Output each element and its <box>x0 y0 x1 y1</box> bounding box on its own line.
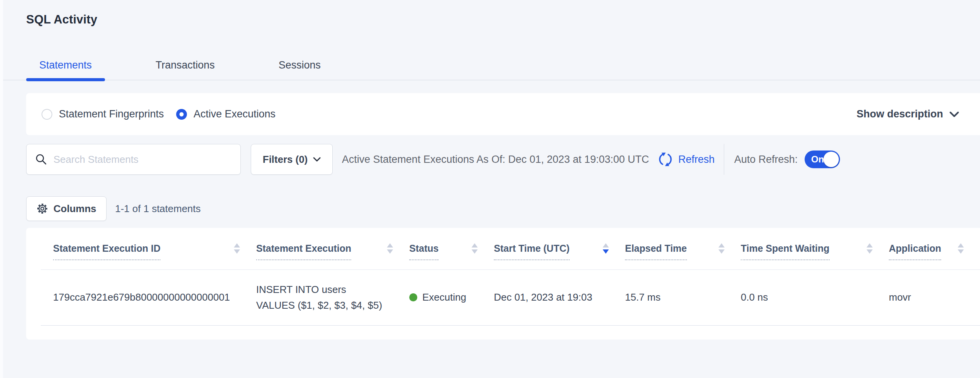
tab-bar: Statements Transactions Sessions <box>0 59 980 80</box>
refresh-button[interactable]: Refresh <box>657 151 715 167</box>
search-input[interactable] <box>53 154 232 166</box>
auto-refresh-label: Auto Refresh: <box>734 154 798 166</box>
sort-icon[interactable] <box>472 243 478 254</box>
view-mode-card: Statement Fingerprints Active Executions… <box>26 93 980 135</box>
chevron-down-icon <box>949 111 959 117</box>
tab-sessions[interactable]: Sessions <box>265 59 334 80</box>
tab-transactions[interactable]: Transactions <box>143 59 228 80</box>
radio-circle-icon[interactable] <box>42 109 52 120</box>
chevron-down-icon <box>313 157 321 162</box>
cell-application: movr <box>889 269 980 325</box>
column-header-statement-execution-id[interactable]: Statement Execution ID <box>41 228 256 269</box>
column-header-elapsed-time[interactable]: Elapsed Time <box>625 228 741 269</box>
column-header-time-spent-waiting[interactable]: Time Spent Waiting <box>741 228 889 269</box>
view-mode-radio-group: Statement Fingerprints Active Executions <box>42 108 275 120</box>
sort-icon[interactable] <box>718 243 725 254</box>
column-header-status[interactable]: Status <box>409 228 494 269</box>
sort-icon[interactable] <box>867 243 873 254</box>
refresh-icon <box>657 151 673 167</box>
statements-count: 1-1 of 1 statements <box>115 203 201 215</box>
table-header-row: Statement Execution ID Statement Executi… <box>41 228 980 269</box>
gear-icon <box>37 203 48 214</box>
column-header-statement-execution[interactable]: Statement Execution <box>256 228 409 269</box>
cell-statement: INSERT INTO users VALUES ($1, $2, $3, $4… <box>256 269 409 325</box>
tab-label: Statements <box>39 59 92 71</box>
tab-label: Sessions <box>278 59 321 71</box>
statements-table-card: Statement Execution ID Statement Executi… <box>26 228 980 340</box>
cell-start-time: Dec 01, 2023 at 19:03 <box>494 269 625 325</box>
toolbar-divider <box>724 144 724 175</box>
column-header-start-time[interactable]: Start Time (UTC) <box>494 228 625 269</box>
sort-icon[interactable] <box>958 243 964 254</box>
search-box[interactable] <box>26 144 241 175</box>
sort-icon[interactable] <box>387 243 393 254</box>
status-executing-dot-icon <box>409 293 417 301</box>
cell-execution-id: 179cca7921e679b80000000000000001 <box>41 269 256 325</box>
active-executions-table: Statement Execution ID Statement Executi… <box>41 228 980 326</box>
tab-label: Transactions <box>156 59 215 71</box>
toggle-state-label: On <box>811 154 824 165</box>
cell-elapsed-time: 15.7 ms <box>625 269 741 325</box>
cell-status: Executing <box>409 269 494 325</box>
results-bar: Columns 1-1 of 1 statements <box>26 196 980 221</box>
refresh-label: Refresh <box>678 154 715 166</box>
as-of-text: Active Statement Executions As Of: Dec 0… <box>342 154 649 166</box>
toolbar: Filters (0) Active Statement Executions … <box>26 144 980 175</box>
sort-icon-active-desc[interactable] <box>603 243 609 254</box>
sort-icon[interactable] <box>234 243 240 254</box>
columns-button[interactable]: Columns <box>26 196 107 221</box>
columns-button-label: Columns <box>53 203 96 215</box>
cell-time-spent-waiting: 0.0 ns <box>741 269 889 325</box>
column-header-application[interactable]: Application <box>889 228 980 269</box>
radio-active-executions[interactable]: Active Executions <box>176 108 275 120</box>
tab-statements[interactable]: Statements <box>26 59 105 80</box>
status-label: Executing <box>422 291 466 303</box>
page-title: SQL Activity <box>26 13 980 27</box>
show-description-label: Show description <box>857 108 943 120</box>
auto-refresh-toggle[interactable]: On <box>805 151 840 168</box>
radio-label: Active Executions <box>193 108 275 120</box>
table-row[interactable]: 179cca7921e679b80000000000000001 INSERT … <box>41 269 980 325</box>
filters-label: Filters (0) <box>263 154 308 166</box>
left-edge-strip <box>0 0 3 378</box>
filters-button[interactable]: Filters (0) <box>251 144 333 175</box>
search-icon <box>35 153 47 166</box>
radio-circle-selected-icon[interactable] <box>176 109 187 120</box>
toggle-knob[interactable] <box>823 152 839 167</box>
radio-label: Statement Fingerprints <box>59 108 164 120</box>
radio-statement-fingerprints[interactable]: Statement Fingerprints <box>42 108 164 120</box>
show-description-toggle[interactable]: Show description <box>857 108 959 120</box>
